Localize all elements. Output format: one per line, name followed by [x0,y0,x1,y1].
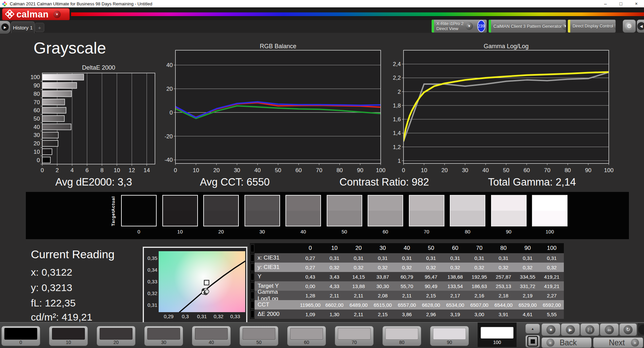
deltae-bar-chart: DeltaE 200002468101214100908070605040302… [31,64,158,177]
table-header-row: 0102030405060708090100 [250,243,564,253]
calman-menu-button[interactable]: calman ▼ [2,8,70,21]
table-cell: 2,17 [443,293,467,298]
table-cell: 6515,00 [371,302,395,308]
pattern-level-button-70[interactable]: 70 [335,326,374,346]
pattern-level-button-80[interactable]: 80 [382,326,421,346]
table-cell: 0,31 [395,255,419,261]
close-button[interactable]: × [629,0,644,7]
grayscale-swatch-90 [491,195,527,226]
pattern-window-icon [527,336,538,347]
meter-dropdown[interactable]: X-Rite i1Pro 2Direct View ▼ 239 [431,19,487,33]
swatch-level-label: 10 [162,229,198,234]
pattern-level-button-100[interactable]: 100 [478,323,517,347]
row-label: y: CIE31 [255,264,298,271]
table-cell: 0,32 [491,265,516,270]
svg-text:40: 40 [34,124,40,130]
cie-y-tick: 0,33 [145,279,157,284]
pattern-level-button-50[interactable]: 50 [239,326,278,346]
workflow-expander-button[interactable]: ▶ [0,21,10,33]
display-control-dropdown[interactable]: Direct Display Control ▼ [568,19,616,33]
cie-x-tick: 0,31 [195,314,209,319]
svg-text:0: 0 [170,110,173,116]
table-cell: 6557,00 [395,302,419,308]
tab-history-1[interactable]: History 1 [11,21,35,33]
table-cell: 0,31 [346,255,371,261]
next-button[interactable]: Next » [593,337,643,348]
table-cell: 3,91 [491,311,516,317]
chevron-left-icon: ◀ [637,22,644,30]
loop-button[interactable]: ∞ [600,323,619,336]
add-tab-button[interactable]: + [35,23,44,32]
row-handle [250,253,255,263]
table-cell: 192,95 [467,274,491,280]
pattern-swatch [338,328,371,340]
table-row: ΔE 20001,091,302,112,153,862,963,193,003… [250,309,564,319]
pattern-level-button-20[interactable]: 20 [97,326,136,346]
maximize-button[interactable]: □ [613,0,629,7]
table-column-header: 80 [491,245,516,252]
pattern-generator-dropdown[interactable]: CalMAN Client 3 Pattern Generator ▼ [488,19,566,33]
row-label: CCT [255,301,298,308]
panel-up-button[interactable]: ▲ [525,324,540,334]
table-cell: 0,32 [443,265,467,270]
table-column-header: 0 [298,245,322,252]
svg-text:100: 100 [376,167,385,173]
table-cell: 0,32 [395,265,419,270]
table-row: y: CIE310,270,320,320,320,320,320,320,32… [250,263,564,272]
cie-y-tick: 0,32 [145,290,157,296]
refresh-button[interactable]: ↻ [619,323,637,336]
pattern-swatch [243,328,275,340]
table-cell: 0,43 [298,274,322,280]
back-arrow-icon: « [546,339,554,347]
pattern-level-button-90[interactable]: 90 [430,326,469,346]
svg-text:1: 1 [398,158,401,164]
svg-text:70: 70 [316,167,322,173]
swatch-actual-half [450,196,485,211]
svg-text:4: 4 [70,167,73,173]
interval-button[interactable]: [··] [580,323,599,336]
table-cell: 14,15 [346,274,371,280]
settings-button[interactable]: ⚙ [623,19,636,33]
pattern-swatch [385,328,418,340]
gear-icon: ⚙ [625,22,634,30]
svg-text:40: 40 [166,62,173,68]
back-button[interactable]: « Back [541,337,592,348]
pattern-level-button-0[interactable]: 0 [1,326,40,346]
table-cell: 95,47 [419,274,443,280]
pattern-level-button-30[interactable]: 30 [144,326,183,346]
table-cell: 253,13 [491,283,516,289]
table-cell: 13,88 [346,283,371,289]
pattern-level-label: 50 [240,340,278,345]
grayscale-swatch-60 [368,195,403,226]
svg-text:40: 40 [254,167,261,173]
target-label: Target [111,211,116,226]
svg-text:20: 20 [213,167,220,173]
pattern-swatch [290,328,323,340]
table-cell: 2,15 [371,311,395,317]
minimize-button[interactable]: – [598,0,613,7]
table-cell: 0,31 [322,255,346,261]
stop-button[interactable]: ■ [541,323,560,336]
table-cell: 6534,00 [443,302,467,308]
meter-label: X-Rite i1Pro 2Direct View [434,21,464,31]
play-button[interactable]: ▶ [561,323,580,336]
pattern-level-button-60[interactable]: 60 [287,326,326,346]
pattern-level-label: 70 [335,340,373,345]
table-row: Y0,433,4314,1533,8760,7995,47138,68192,9… [250,272,564,281]
table-cell: 6489,00 [346,302,371,308]
table-column-header: 90 [516,245,540,252]
table-cell: 30,30 [371,283,395,289]
pattern-level-button-40[interactable]: 40 [192,326,231,346]
svg-text:0: 0 [174,167,177,173]
back-label: Back [559,338,586,347]
collapse-panel-button[interactable]: ◀ [637,19,644,33]
svg-text:90: 90 [357,167,363,173]
pattern-window-button[interactable] [525,335,540,348]
grayscale-swatch-20 [203,195,239,226]
table-cell: 419,21 [540,283,564,289]
table-cell: 11965,00 [298,302,322,308]
pattern-level-button-10[interactable]: 10 [49,326,88,346]
table-cell: 0,32 [467,265,491,270]
interval-icon: [··] [585,325,594,334]
pattern-swatch [100,328,132,340]
